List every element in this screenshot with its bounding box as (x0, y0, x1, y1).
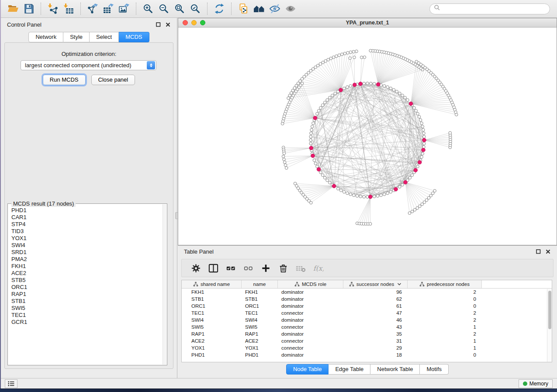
column-header-MCDS-role[interactable]: MCDS role (278, 280, 343, 288)
mcds-hub-node[interactable] (422, 138, 426, 142)
export-network-icon[interactable] (85, 1, 100, 16)
table-row[interactable]: FKH1FKH1dominator962 (182, 289, 552, 296)
mcds-hub-node[interactable] (377, 83, 381, 86)
mcds-result-item[interactable]: SRD1 (11, 249, 162, 256)
table-row[interactable]: SWI5SWI5connector431 (182, 323, 552, 330)
panel-list-icon[interactable] (5, 379, 17, 388)
close-icon[interactable] (165, 22, 171, 28)
node-table-body[interactable]: FKH1FKH1dominator962STB1STB1dominator620… (182, 289, 552, 358)
table-row[interactable]: PHD1PHD1dominator180 (182, 351, 552, 358)
network-node (336, 187, 339, 190)
fit-content-icon[interactable] (172, 1, 187, 16)
close-panel-button[interactable]: Close panel (91, 75, 135, 85)
mcds-result-item[interactable]: SWI5 (11, 305, 162, 312)
mcds-result-item[interactable]: STB5 (11, 277, 162, 284)
column-header-name[interactable]: name (242, 280, 278, 288)
mcds-result-item[interactable]: SWI4 (11, 242, 162, 249)
network-node (366, 82, 369, 85)
mcds-result-item[interactable]: CAR1 (11, 214, 162, 221)
mcds-result-item[interactable]: STB1 (11, 298, 162, 305)
open-folder-icon[interactable] (5, 1, 21, 16)
mcds-hub-node[interactable] (311, 154, 315, 158)
zoom-in-icon[interactable] (140, 1, 156, 16)
import-table-icon[interactable] (61, 1, 76, 16)
float-icon[interactable] (156, 22, 161, 28)
search-field[interactable] (429, 3, 550, 14)
mcds-hub-node[interactable] (353, 83, 356, 87)
tab-network[interactable]: Network (28, 32, 63, 42)
deselect-all-icon[interactable] (239, 260, 257, 276)
table-row[interactable]: ACE2ACE2connector311 (182, 337, 552, 344)
mcds-hub-node[interactable] (313, 116, 317, 120)
mcds-result-item[interactable]: STP4 (11, 221, 162, 228)
mcds-result-item[interactable]: PHD1 (11, 207, 162, 214)
table-scrollbar[interactable] (547, 289, 552, 362)
eye-slash-icon[interactable] (267, 1, 283, 16)
refresh-icon[interactable] (211, 1, 227, 16)
houses-icon[interactable] (251, 1, 267, 16)
select-all-icon[interactable] (222, 260, 239, 276)
column-header-shared-name[interactable]: shared name (182, 280, 242, 288)
mcds-result-item[interactable]: TID3 (11, 228, 162, 235)
mcds-hub-node[interactable] (418, 160, 422, 164)
mcds-hub-node[interactable] (369, 195, 373, 199)
mcds-result-item[interactable]: ORC1 (11, 284, 162, 291)
export-image-icon[interactable] (116, 1, 132, 16)
gear-icon[interactable] (187, 260, 204, 276)
satellite-node (431, 192, 434, 195)
mcds-result-item[interactable]: PMA2 (11, 256, 162, 263)
table-scrollbar-thumb[interactable] (548, 291, 551, 329)
tab-motifs[interactable]: Motifs (420, 364, 449, 375)
table-row[interactable]: RAP1RAP1dominator352 (182, 330, 552, 337)
search-input[interactable] (443, 6, 546, 12)
mcds-hub-node[interactable] (359, 82, 363, 86)
table-row[interactable]: STB1STB1dominator620 (182, 296, 552, 303)
run-mcds-button[interactable]: Run MCDS (43, 75, 86, 85)
mcds-result-list[interactable]: PHD1CAR1STP4TID3YOX1SWI4SRD1PMA2FKH1ACE2… (8, 204, 162, 364)
tab-style[interactable]: Style (63, 32, 90, 42)
trash-icon[interactable] (274, 260, 292, 276)
mcds-result-item[interactable]: RAP1 (11, 291, 162, 298)
network-node (411, 174, 414, 177)
import-network-icon[interactable] (45, 1, 61, 16)
table-row[interactable]: YOX1YOX1connector291 (182, 344, 552, 351)
tab-select[interactable]: Select (90, 32, 119, 42)
mcds-result-item[interactable]: YOX1 (11, 235, 162, 242)
mcds-hub-node[interactable] (317, 168, 321, 172)
mcds-hub-node[interactable] (422, 148, 426, 152)
mcds-hub-node[interactable] (339, 88, 343, 92)
tab-network-table[interactable]: Network Table (370, 364, 420, 375)
zoom-selected-icon[interactable] (187, 1, 203, 16)
mcds-result-item[interactable]: ACE2 (11, 270, 162, 277)
mcds-hub-node[interactable] (409, 102, 413, 106)
table-row[interactable]: TEC1TEC1connector472 (182, 309, 552, 316)
column-header-predecessor-nodes[interactable]: predecessor nodes (408, 280, 482, 288)
mcds-hub-node[interactable] (404, 180, 408, 184)
tab-node-table[interactable]: Node Table (286, 364, 329, 375)
table-row[interactable]: SWI4SWI4dominator462 (182, 316, 552, 323)
network-canvas[interactable] (178, 28, 557, 245)
criterion-select[interactable]: largest connected component (undirected) (21, 60, 156, 70)
mcds-result-scrollbar[interactable] (163, 204, 166, 364)
tab-edge-table[interactable]: Edge Table (329, 364, 370, 375)
mcds-result-item[interactable]: TEC1 (11, 312, 162, 319)
table-row[interactable]: ORC1ORC1dominator610 (182, 303, 552, 309)
tab-mcds[interactable]: MCDS (119, 32, 149, 42)
zoom-out-icon[interactable] (156, 1, 172, 16)
mcds-hub-node[interactable] (414, 168, 418, 172)
columns-icon[interactable] (204, 260, 222, 276)
mcds-result-item[interactable]: GCR1 (11, 319, 162, 326)
plus-icon[interactable] (257, 260, 274, 276)
column-header-successor-nodes[interactable]: successor nodes (343, 280, 408, 288)
mcds-result-item[interactable]: FKH1 (11, 263, 162, 270)
mcds-hub-node[interactable] (309, 146, 313, 150)
export-table-icon[interactable] (100, 1, 116, 16)
memory-button[interactable]: Memory (519, 379, 553, 388)
paste-network-icon[interactable] (235, 1, 251, 16)
mcds-hub-node[interactable] (332, 184, 336, 188)
mcds-hub-node[interactable] (394, 187, 398, 191)
save-icon[interactable] (21, 1, 37, 16)
close-icon[interactable] (545, 249, 551, 254)
satellite-node (284, 164, 287, 167)
float-icon[interactable] (536, 249, 541, 254)
